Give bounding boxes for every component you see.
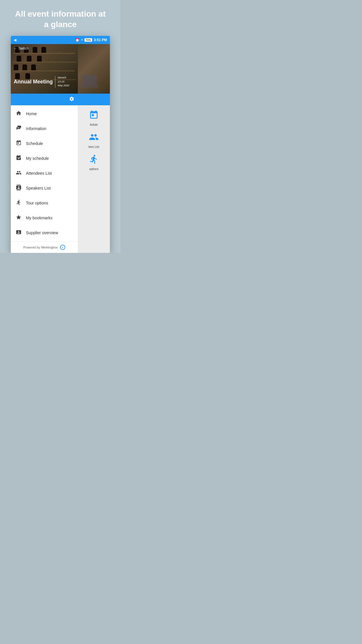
menu-label-information: Information xyxy=(26,126,46,131)
menu-label-speakers: Speakers List xyxy=(26,186,51,190)
event-title-overlay: Annual Meeting Munich 13-15 May 2020 xyxy=(14,76,69,88)
event-divider xyxy=(55,76,55,88)
tour-icon xyxy=(15,200,22,207)
time-display: 3:51 PM xyxy=(94,38,107,42)
right-toolbar-blue xyxy=(78,94,110,105)
right-schedule-icon xyxy=(89,110,99,122)
signal-icon: ◀ xyxy=(14,38,16,42)
drawer: ← Switch Annual Meeting Munich 13-15 May… xyxy=(11,44,78,253)
menu-label-supplier: Supplier overview xyxy=(26,230,58,235)
event-city: Munich xyxy=(58,76,66,79)
right-image-top xyxy=(78,44,110,94)
menu-item-supplier[interactable]: Supplier overview xyxy=(11,225,78,240)
alarm-icon: ⏰ xyxy=(75,38,80,42)
wifi-icon: ▾ xyxy=(81,38,83,41)
menu-label-attendees: Attendees List xyxy=(26,171,52,176)
event-month-year: May 2020 xyxy=(58,84,69,87)
menu-label-schedule: Schedule xyxy=(26,141,43,146)
menu-label-bookmarks: My bookmarks xyxy=(26,216,52,220)
right-content: ledule lees List options xyxy=(78,105,110,253)
event-dates: 13-15 xyxy=(58,80,64,83)
status-right: ⏰ ▾ 71% 3:51 PM xyxy=(75,38,107,42)
settings-button[interactable] xyxy=(69,96,74,103)
status-left: ◀ . xyxy=(14,38,18,42)
right-panel: ledule lees List options xyxy=(78,44,110,253)
event-details: Munich 13-15 May 2020 xyxy=(58,76,69,88)
menu-item-information[interactable]: Information xyxy=(11,121,78,136)
event-banner: ← Switch Annual Meeting Munich 13-15 May… xyxy=(11,44,78,94)
menu-item-tour[interactable]: Tour options xyxy=(11,196,78,211)
phone-mockup: ◀ . ⏰ ▾ 71% 3:51 PM xyxy=(11,36,110,253)
menu-item-my-schedule[interactable]: My schedule xyxy=(11,151,78,166)
home-icon xyxy=(15,110,22,118)
menu-item-schedule[interactable]: Schedule xyxy=(11,136,78,151)
back-button[interactable]: ← Switch xyxy=(14,46,29,50)
app-container: ← Switch Annual Meeting Munich 13-15 May… xyxy=(11,44,110,253)
menu-item-home[interactable]: Home xyxy=(11,106,78,121)
powered-by-text: Powered by Meetingbox xyxy=(23,246,58,249)
supplier-icon xyxy=(15,229,22,237)
info-circle-button[interactable]: i xyxy=(60,245,65,250)
right-tour-item: options xyxy=(89,154,99,171)
back-arrow-icon: ← xyxy=(14,46,17,50)
right-attendees-item: lees List xyxy=(89,132,99,148)
bookmarks-icon xyxy=(15,214,22,222)
speakers-icon xyxy=(15,185,22,192)
back-label: Switch xyxy=(18,46,29,50)
my-schedule-icon xyxy=(15,155,22,162)
right-tour-icon xyxy=(89,154,99,166)
schedule-icon xyxy=(15,140,22,147)
menu-label-home: Home xyxy=(26,111,37,116)
battery-indicator: 71% xyxy=(85,38,92,42)
signal-dot: . xyxy=(17,38,18,41)
menu-list: Home Information Schedule xyxy=(11,105,78,242)
event-name: Annual Meeting xyxy=(14,79,53,85)
attendees-icon xyxy=(15,170,22,177)
drawer-footer: Powered by Meetingbox i xyxy=(11,242,78,253)
gear-icon xyxy=(69,96,74,102)
status-bar: ◀ . ⏰ ▾ 71% 3:51 PM xyxy=(11,36,110,44)
menu-item-attendees[interactable]: Attendees List xyxy=(11,166,78,181)
right-attendees-icon xyxy=(89,132,99,144)
hero-title: All event information at a glance xyxy=(0,0,121,36)
information-icon xyxy=(15,125,22,132)
menu-label-my-schedule: My schedule xyxy=(26,156,49,161)
right-schedule-label: ledule xyxy=(90,123,98,126)
right-tour-label: options xyxy=(89,167,99,171)
menu-item-bookmarks[interactable]: My bookmarks xyxy=(11,211,78,225)
page-wrapper: All event information at a glance ◀ . ⏰ … xyxy=(0,0,121,253)
right-schedule-item: ledule xyxy=(89,110,99,126)
menu-label-tour: Tour options xyxy=(26,201,48,205)
menu-item-speakers[interactable]: Speakers List xyxy=(11,181,78,196)
drawer-toolbar xyxy=(11,94,78,105)
right-attendees-label: lees List xyxy=(89,145,99,148)
